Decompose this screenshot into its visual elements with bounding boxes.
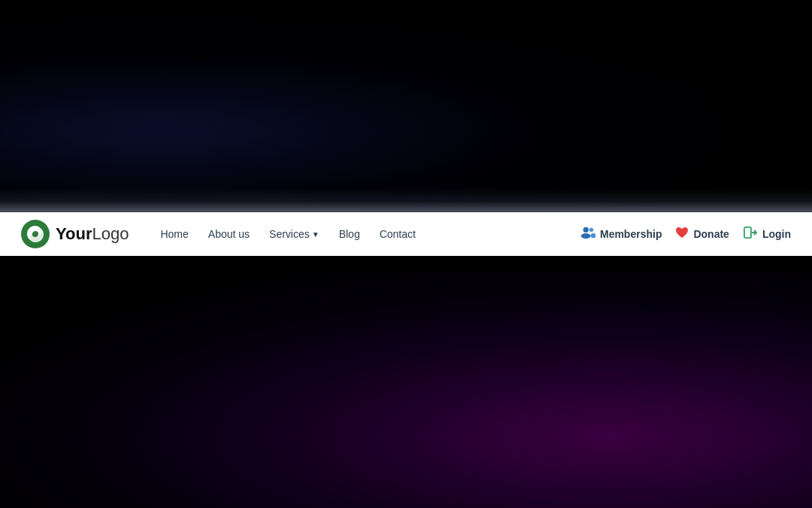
donate-label: Donate xyxy=(693,228,729,240)
chevron-down-icon: ▼ xyxy=(312,230,320,239)
membership-button[interactable]: Membership xyxy=(580,226,662,243)
svg-point-4 xyxy=(591,233,595,237)
nav-item-services-label: Services xyxy=(269,228,310,240)
nav-item-contact[interactable]: Contact xyxy=(372,224,423,245)
nav-item-blog[interactable]: Blog xyxy=(332,224,368,245)
login-icon xyxy=(743,226,758,243)
svg-rect-5 xyxy=(744,227,751,237)
logo-swirl-icon xyxy=(21,220,50,248)
logo-bold: Your xyxy=(56,224,92,243)
bg-top xyxy=(0,0,812,218)
nav-links: Home About us Services ▼ Blog Contact xyxy=(153,224,423,245)
heart-icon xyxy=(675,227,689,242)
bg-bottom xyxy=(0,271,812,508)
membership-label: Membership xyxy=(600,228,662,240)
svg-point-3 xyxy=(589,227,593,231)
donate-button[interactable]: Donate xyxy=(675,227,729,242)
navbar-left: YourLogo Home About us Services ▼ Blog C… xyxy=(21,220,423,248)
nav-item-home[interactable]: Home xyxy=(153,224,195,245)
navbar: YourLogo Home About us Services ▼ Blog C… xyxy=(0,212,812,256)
login-label: Login xyxy=(762,228,791,240)
svg-point-1 xyxy=(583,227,589,232)
nav-item-about[interactable]: About us xyxy=(201,224,257,245)
logo-text: YourLogo xyxy=(56,226,129,242)
login-button[interactable]: Login xyxy=(743,226,791,243)
svg-point-0 xyxy=(21,220,50,248)
nav-item-services[interactable]: Services ▼ xyxy=(262,224,327,245)
navbar-right: Membership Donate Login xyxy=(580,226,791,243)
logo[interactable]: YourLogo xyxy=(21,220,129,248)
logo-normal: Logo xyxy=(92,224,129,243)
people-icon xyxy=(580,226,595,243)
svg-point-2 xyxy=(581,233,591,238)
